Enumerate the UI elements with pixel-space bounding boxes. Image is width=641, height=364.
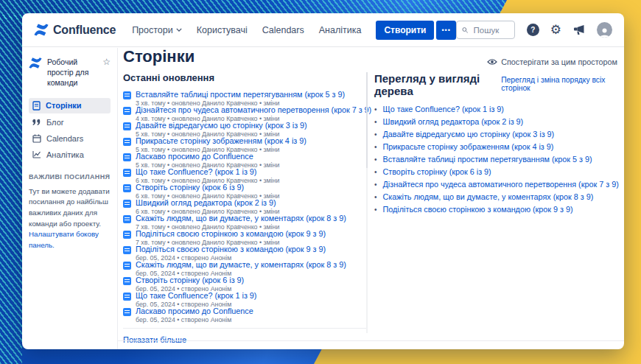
page-icon: [123, 169, 131, 177]
recent-page-item: Ласкаво просимо до Confluence 5 хв. тому…: [123, 153, 368, 168]
space-header[interactable]: Робочий простір для команди ☆: [29, 57, 111, 88]
recent-page-link[interactable]: Створіть сторінку (крок 6 із 9): [136, 183, 279, 192]
recent-page-text: Ласкаво просимо до Confluence 5 хв. тому…: [136, 153, 279, 168]
megaphone-icon[interactable]: [572, 24, 586, 36]
recent-page-link[interactable]: Скажіть людям, що ви думаєте, у коментар…: [136, 214, 346, 223]
recent-page-item: Що таке Confluence? (крок 1 із 9) бер. 0…: [123, 292, 368, 307]
recent-page-text: Швидкий огляд редактора (крок 2 із 9) 6 …: [136, 199, 279, 214]
recent-page-link[interactable]: Ласкаво просимо до Confluence: [136, 153, 279, 161]
search-box[interactable]: [456, 21, 515, 39]
recent-page-text: Що таке Confluence? (крок 1 із 9) бер. 0…: [136, 292, 256, 307]
bullet-icon: •: [374, 155, 377, 164]
recent-page-item: Прикрасьте сторінку зображенням (крок 4 …: [123, 137, 368, 153]
tree-page-link[interactable]: Вставляйте таблиці простим перетягування…: [383, 155, 592, 164]
bullet-icon: •: [374, 168, 377, 176]
sidebar-item-label: Сторінки: [46, 101, 82, 110]
tree-page-item: • Створіть сторінку (крок 6 із 9): [374, 168, 617, 176]
recent-page-link[interactable]: Що таке Confluence? (крок 1 із 9): [136, 292, 256, 300]
recent-page-link[interactable]: Що таке Confluence? (крок 1 із 9): [136, 168, 279, 176]
sidebar-item-pages[interactable]: Сторінки: [29, 98, 111, 113]
tree-page-link[interactable]: Швидкий огляд редактора (крок 2 із 9): [383, 118, 524, 126]
page-icon: [123, 153, 131, 161]
recent-page-link[interactable]: Прикрасьте сторінку зображенням (крок 4 …: [136, 137, 307, 145]
recent-page-item: Вставляйте таблиці простим перетягування…: [123, 91, 368, 106]
scrollbar-thumb[interactable]: [366, 72, 368, 168]
recent-page-link[interactable]: Швидкий огляд редактора (крок 2 із 9): [136, 199, 279, 207]
recent-page-link[interactable]: Дізнайтеся про чудеса автоматичного пере…: [136, 106, 371, 114]
bullet-icon: •: [374, 118, 377, 126]
help-icon[interactable]: ?: [527, 24, 539, 36]
nav-item-users[interactable]: Користувачі: [197, 25, 248, 35]
recent-page-text: Що таке Confluence? (крок 1 із 9) 6 хв. …: [136, 168, 279, 183]
reorder-pages-link[interactable]: Перегляд і зміна порядку всіх сторінок: [501, 76, 617, 92]
recent-updates-heading: Останні оновлення: [123, 72, 368, 83]
sidebar-item-calendars[interactable]: Calendars: [29, 131, 111, 146]
watch-space-label: Спостерігати за цим простором: [501, 57, 617, 66]
tree-page-link[interactable]: Прикрасьте сторінку зображенням (крок 4 …: [383, 143, 554, 151]
page-icon: [123, 246, 131, 254]
tree-page-link[interactable]: Давайте відредагуємо цю сторінку (крок 3…: [383, 130, 555, 139]
recent-page-text: Створіть сторінку (крок 6 із 9) 6 хв. то…: [136, 183, 279, 199]
nav-icon-group: ? ⚙: [527, 22, 612, 38]
search-input[interactable]: [472, 25, 509, 35]
tree-page-item: • Що таке Confluence? (крок 1 із 9): [374, 105, 617, 113]
person-icon: [599, 27, 610, 38]
tree-page-link[interactable]: Створіть сторінку (крок 6 із 9): [383, 168, 491, 176]
sidebar-menu: Сторінки Блог Calendars: [29, 98, 111, 162]
recent-page-link[interactable]: Давайте відредагуємо цю сторінку (крок 3…: [136, 122, 307, 130]
nav-item-analytics[interactable]: Аналітика: [319, 25, 362, 35]
page-title: Сторінки: [123, 47, 195, 66]
recent-page-link[interactable]: Поділіться своєю сторінкою з командою (к…: [136, 230, 326, 238]
gear-icon[interactable]: ⚙: [550, 24, 561, 36]
chart-icon: [32, 150, 41, 158]
recent-page-link[interactable]: Вставляйте таблиці простим перетягування…: [136, 91, 345, 99]
recent-page-text: Створіть сторінку (крок 6 із 9) бер. 05,…: [136, 276, 244, 292]
create-button[interactable]: Створити: [376, 21, 434, 40]
recent-page-item: Створіть сторінку (крок 6 із 9) бер. 05,…: [123, 276, 368, 292]
tree-page-link[interactable]: Дізнайтеся про чудеса автоматичного пере…: [383, 181, 619, 189]
star-icon[interactable]: ☆: [102, 57, 111, 67]
recent-page-link[interactable]: Ласкаво просимо до Confluence: [136, 307, 253, 315]
recent-page-item: Поділіться своєю сторінкою з командою (к…: [123, 230, 368, 245]
page-icon: [123, 215, 131, 223]
bullet-icon: •: [374, 193, 377, 201]
tree-page-link[interactable]: Що таке Confluence? (крок 1 із 9): [383, 105, 504, 113]
recent-page-link[interactable]: Поділіться своєю сторінкою з командою (к…: [136, 245, 326, 253]
recent-page-text: Поділіться своєю сторінкою з командою (к…: [136, 245, 326, 261]
recent-page-link[interactable]: Створіть сторінку (крок 6 із 9): [136, 276, 244, 284]
recent-page-item: Швидкий огляд редактора (крок 2 із 9) 6 …: [123, 199, 368, 214]
nav-item-calendars[interactable]: Calendars: [262, 25, 304, 35]
page-icon: [123, 231, 131, 239]
recent-updates-list: Вставляйте таблиці простим перетягування…: [123, 91, 368, 323]
nav-item-spaces[interactable]: Простори: [132, 25, 182, 35]
bullet-icon: •: [374, 206, 377, 214]
tree-page-link[interactable]: Скажіть людям, що ви думаєте, у коментар…: [383, 193, 594, 201]
show-more-link[interactable]: Показати більше: [123, 335, 186, 344]
important-links-heading: ВАЖЛИВІ ПОСИЛАННЯ: [29, 173, 111, 181]
top-navigation-bar: Confluence Простори Користувачі Calendar…: [22, 13, 624, 47]
configure-sidebar-link[interactable]: Налаштувати бокову панель.: [29, 230, 99, 249]
bullet-icon: •: [374, 181, 377, 189]
page-icon: [123, 308, 131, 316]
confluence-logo-icon: [34, 24, 49, 36]
page-icon: [123, 293, 131, 301]
page-icon: [123, 262, 131, 270]
tree-page-item: • Давайте відредагуємо цю сторінку (крок…: [374, 130, 617, 139]
sidebar-item-analytics[interactable]: Аналітика: [29, 147, 111, 162]
quote-icon: [32, 119, 41, 126]
watch-space-button[interactable]: Спостерігати за цим простором: [487, 57, 617, 66]
tree-page-item: • Поділіться своєю сторінкою з командою …: [374, 206, 617, 214]
page-icon: [123, 277, 131, 285]
user-avatar[interactable]: [597, 22, 612, 38]
more-actions-button[interactable]: •••: [436, 21, 455, 40]
sidebar-item-blog[interactable]: Блог: [29, 115, 111, 130]
bullet-icon: •: [374, 143, 377, 151]
tree-view-header: Перегляд у вигляді дерева Перегляд і змі…: [374, 72, 617, 97]
confluence-logo[interactable]: Confluence: [34, 24, 116, 37]
recent-page-link[interactable]: Скажіть людям, що ви думаєте, у коментар…: [136, 261, 346, 269]
tree-page-link[interactable]: Поділіться своєю сторінкою з командою (к…: [383, 206, 573, 214]
eye-icon: [487, 58, 497, 66]
page-icon: [123, 107, 131, 115]
recent-page-text: Дізнайтеся про чудеса автоматичного пере…: [136, 106, 371, 122]
app-window: Confluence Простори Користувачі Calendar…: [22, 13, 624, 349]
